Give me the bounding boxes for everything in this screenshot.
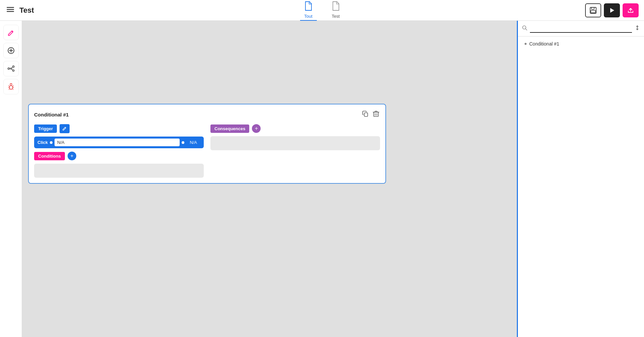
consequences-row: Consequences +	[210, 124, 380, 133]
copy-block-button[interactable]	[361, 110, 369, 119]
add-consequence-button[interactable]: +	[252, 124, 261, 133]
sort-icon[interactable]	[635, 25, 640, 32]
dot-right	[182, 141, 184, 144]
tab-test[interactable]: Test	[328, 0, 344, 21]
list-item[interactable]: Conditional #1	[522, 39, 640, 49]
list-item-label: Conditional #1	[529, 41, 559, 47]
page-title: Test	[19, 6, 34, 15]
svg-line-14	[9, 68, 10, 69]
svg-rect-0	[7, 7, 14, 8]
test-icon	[332, 1, 340, 13]
right-panel: Conditional #1	[517, 21, 644, 337]
svg-point-12	[12, 70, 14, 72]
tab-test-label: Test	[332, 14, 340, 19]
tab-tout[interactable]: Tout	[300, 0, 317, 21]
svg-point-11	[12, 66, 14, 68]
na-input[interactable]	[55, 139, 180, 146]
header-tabs: Tout Test	[300, 0, 344, 21]
svg-line-20	[13, 86, 14, 86]
menu-button[interactable]	[5, 4, 15, 16]
svg-rect-1	[7, 9, 14, 10]
svg-rect-25	[364, 113, 368, 116]
header: Test Tout Test	[0, 0, 644, 21]
svg-line-19	[8, 86, 9, 86]
export-button[interactable]	[623, 3, 639, 17]
consequences-button[interactable]: Consequences	[210, 124, 249, 133]
click-label: Click	[37, 140, 48, 145]
left-sidebar	[0, 21, 22, 337]
search-area	[518, 21, 644, 36]
trigger-row: Trigger	[34, 124, 204, 133]
main-layout: Conditional #1	[0, 21, 644, 337]
add-tool-button[interactable]	[3, 43, 19, 58]
add-condition-button[interactable]: +	[68, 152, 76, 160]
edit-tool-button[interactable]	[3, 25, 19, 40]
svg-point-13	[10, 68, 12, 69]
block-header: Conditional #1	[34, 110, 380, 119]
svg-rect-26	[374, 112, 378, 116]
delete-block-button[interactable]	[372, 110, 380, 119]
svg-line-24	[12, 89, 13, 90]
svg-line-31	[526, 29, 527, 30]
tab-tout-label: Tout	[304, 14, 312, 19]
consequences-empty-area	[210, 136, 380, 150]
main-canvas[interactable]: Conditional #1	[22, 21, 517, 337]
conditions-empty-area	[34, 164, 204, 178]
click-row: Click N/A	[34, 137, 204, 148]
svg-rect-5	[591, 10, 595, 13]
search-input[interactable]	[530, 24, 632, 33]
conditional-block: Conditional #1	[28, 104, 386, 184]
save-button[interactable]	[585, 3, 601, 17]
conditions-button[interactable]: Conditions	[34, 152, 65, 160]
right-panel-list: Conditional #1	[518, 36, 644, 51]
block-right: Consequences +	[210, 124, 380, 178]
na-button[interactable]: N/A	[186, 139, 200, 146]
play-button[interactable]	[604, 3, 620, 17]
block-left: Trigger Click	[34, 124, 204, 178]
svg-line-23	[9, 89, 10, 90]
block-actions	[361, 110, 380, 119]
conditions-row: Conditions +	[34, 152, 204, 160]
search-icon	[522, 25, 527, 32]
svg-rect-2	[7, 11, 14, 12]
block-title: Conditional #1	[34, 112, 69, 117]
svg-line-15	[12, 67, 13, 68]
tout-icon	[304, 1, 313, 13]
trigger-button[interactable]: Trigger	[34, 124, 57, 133]
block-body: Trigger Click	[34, 124, 380, 178]
svg-point-10	[8, 68, 9, 70]
debug-tool-button[interactable]	[3, 79, 19, 94]
edit-trigger-button[interactable]	[60, 124, 70, 133]
svg-marker-6	[610, 8, 614, 13]
dot-left	[50, 141, 53, 144]
header-actions	[585, 3, 639, 17]
item-dot	[525, 43, 527, 45]
svg-line-16	[12, 69, 13, 70]
network-tool-button[interactable]	[3, 61, 19, 76]
